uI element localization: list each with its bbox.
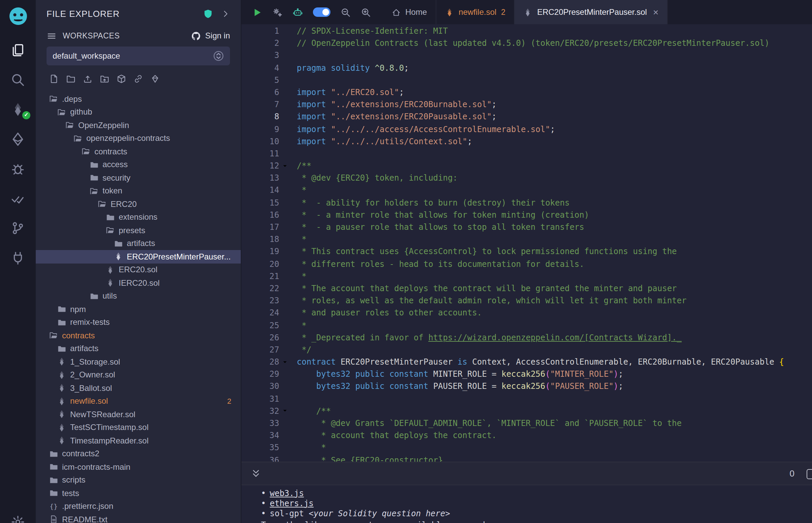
tree-item-label: NewTSReader.sol [70, 410, 135, 419]
terminal-link[interactable]: web3.js [270, 488, 304, 498]
tree-file-1_Storage.sol[interactable]: 1_Storage.sol [36, 355, 241, 368]
chevron-right-icon[interactable] [221, 9, 230, 18]
tree-folder-.deps[interactable]: .deps [36, 92, 241, 106]
tree-folder-security[interactable]: security [36, 171, 241, 184]
activitybar-debugger[interactable] [0, 154, 36, 183]
tree-folder-extensions[interactable]: extensions [36, 211, 241, 224]
tab-Home[interactable]: Home [383, 0, 436, 24]
tree-item-label: github [70, 108, 92, 117]
tree-file-ERC20.sol[interactable]: ERC20.sol [36, 263, 241, 276]
activitybar-file-explorer[interactable] [0, 35, 36, 65]
code-line-23: 23 * roles, as well as the default admin… [242, 294, 812, 307]
debugger-icon [11, 161, 25, 176]
zoom-in-button[interactable] [361, 7, 371, 17]
tree-folder-icm-contracts-main[interactable]: icm-contracts-main [36, 460, 241, 473]
activitybar-deploy-run[interactable] [0, 124, 36, 154]
folder-icon [90, 160, 99, 169]
sign-in-button[interactable]: Sign in [191, 31, 230, 41]
tree-folder-OpenZeppelin[interactable]: OpenZeppelin [36, 119, 241, 132]
activitybar-solidity-compiler[interactable]: ✓ [0, 94, 36, 124]
cube-icon[interactable] [117, 74, 126, 84]
workspace-selector[interactable]: default_workspace [47, 47, 230, 65]
activitybar-git[interactable] [0, 213, 36, 242]
zoom-out-button[interactable] [340, 7, 351, 17]
tree-folder-contracts2[interactable]: contracts2 [36, 447, 241, 460]
upload-file-icon[interactable] [83, 74, 92, 84]
tree-folder-remix-tests[interactable]: remix-tests [36, 316, 241, 329]
tree-file-IERC20.sol[interactable]: IERC20.sol [36, 276, 241, 289]
tree-file-3_Ballot.sol[interactable]: 3_Ballot.sol [36, 381, 241, 395]
tree-folder-artifacts[interactable]: artifacts [36, 237, 241, 250]
line-number: 20 [242, 258, 279, 270]
fold-chevron-icon[interactable] [279, 356, 291, 368]
tree-item-label: TimestampReader.sol [70, 436, 149, 446]
folder-icon [106, 213, 114, 222]
tree-item-label: 1_Storage.sol [70, 357, 120, 367]
terminal-listen-checkbox[interactable] [807, 469, 812, 479]
tree-folder-artifacts[interactable]: artifacts [36, 342, 241, 355]
line-number: 16 [242, 209, 279, 221]
script-runner-settings-button[interactable] [272, 7, 283, 17]
link-icon[interactable] [134, 74, 143, 84]
run-script-button[interactable] [252, 7, 262, 17]
tree-folder-presets[interactable]: presets [36, 224, 241, 237]
tree-folder-ERC20[interactable]: ERC20 [36, 197, 241, 211]
activitybar-search[interactable] [0, 65, 36, 94]
terminal-toolbar: 0 [242, 462, 812, 485]
activitybar-unit-testing[interactable] [0, 183, 36, 213]
workspaces-menu-icon[interactable] [47, 31, 57, 41]
settings-icon[interactable] [11, 515, 25, 523]
tree-folder-utils[interactable]: utils [36, 289, 241, 303]
code-line-6: 6import "../ERC20.sol"; [242, 86, 812, 98]
terminal-link[interactable]: ethers.js [270, 499, 314, 508]
file-explorer-panel: FILE EXPLORER WORKSPACES Sign in default… [36, 0, 242, 523]
terminal-expand-icon[interactable] [251, 468, 261, 479]
tree-folder-tests[interactable]: tests [36, 487, 241, 500]
tree-file-NewTSReader.sol[interactable]: NewTSReader.sol [36, 408, 241, 421]
tree-folder-contracts[interactable]: contracts [36, 329, 241, 342]
upload-folder-icon[interactable] [100, 74, 109, 84]
tree-folder-contracts[interactable]: contracts [36, 145, 241, 158]
line-number: 23 [242, 294, 279, 307]
line-number: 24 [242, 307, 279, 319]
tab-newfile.sol[interactable]: newfile.sol2 [436, 0, 515, 24]
solidity-icon [445, 8, 454, 17]
close-tab-icon[interactable]: × [653, 7, 658, 18]
diamond-icon[interactable] [151, 74, 160, 84]
tree-item-label: 3_Ballot.sol [70, 383, 112, 393]
tab-ERC20PresetMinterPauser.sol[interactable]: ERC20PresetMinterPauser.sol× [515, 0, 668, 24]
tree-item-label: token [103, 186, 122, 196]
create-folder-icon[interactable] [66, 74, 75, 84]
tree-file-TimestampReader.sol[interactable]: TimestampReader.sol [36, 434, 241, 447]
tree-item-label: openzeppelin-contracts [86, 134, 170, 143]
tree-folder-access[interactable]: access [36, 158, 241, 171]
copilot-toggle[interactable] [313, 7, 331, 17]
fold-chevron-icon[interactable] [279, 160, 291, 172]
tree-item-label: extensions [119, 213, 158, 222]
create-file-icon[interactable] [49, 74, 59, 84]
tree-folder-npm[interactable]: npm [36, 303, 241, 316]
gears-icon [272, 7, 283, 17]
tree-folder-openzeppelin-contracts[interactable]: openzeppelin-contracts [36, 132, 241, 145]
terminal-line: •ethers.js [261, 498, 812, 508]
activitybar-plugin-manager[interactable] [0, 242, 36, 272]
tree-file-newfile.sol[interactable]: newfile.sol2 [36, 395, 241, 408]
fold-chevron-icon[interactable] [279, 405, 291, 417]
json-braces-icon: {} [49, 503, 58, 510]
tree-file-.prettierrc.json[interactable]: {}.prettierrc.json [36, 500, 241, 513]
tree-file-README.txt[interactable]: README.txt [36, 513, 241, 523]
tree-file-ERC20PresetMinterPauser...[interactable]: ERC20PresetMinterPauser... [36, 250, 241, 263]
code-editor[interactable]: 1// SPDX-License-Identifier: MIT2// Open… [242, 24, 812, 462]
tree-file-TestSCTimestamp.sol[interactable]: TestSCTimestamp.sol [36, 421, 241, 434]
line-number: 25 [242, 319, 279, 331]
code-line-29: 29 bytes32 public constant MINTER_ROLE =… [242, 368, 812, 380]
line-number: 29 [242, 368, 279, 380]
solidity-icon [524, 8, 532, 17]
tree-folder-token[interactable]: token [36, 184, 241, 197]
remixai-copilot-icon[interactable] [293, 7, 303, 17]
tree-file-2_Owner.sol[interactable]: 2_Owner.sol [36, 368, 241, 381]
tree-folder-scripts[interactable]: scripts [36, 473, 241, 487]
solidity-icon [57, 397, 66, 406]
line-number: 31 [242, 393, 279, 405]
tree-folder-github[interactable]: github [36, 106, 241, 119]
